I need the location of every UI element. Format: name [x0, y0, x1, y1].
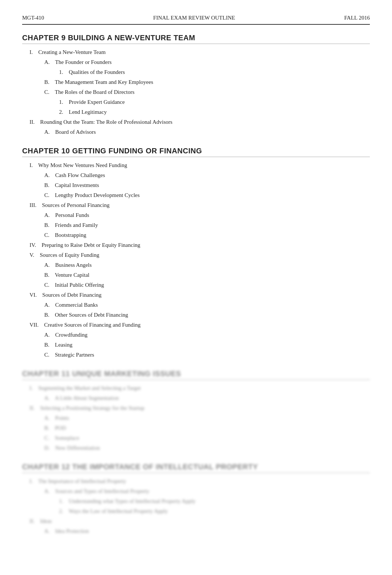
outline-level2: A. Sources and Types of Intellectual Pro… — [44, 487, 370, 496]
section-text: Friends and Family — [55, 222, 98, 228]
marker: IV. — [30, 242, 40, 248]
outline-level2: A. Board of Advisors — [44, 127, 370, 136]
section-text: Ways the Law of Intellectual Property Ap… — [69, 508, 168, 514]
outline-level3: 1. Qualities of the Founders — [59, 68, 370, 76]
marker: A. — [44, 528, 54, 534]
marker: B. — [44, 425, 54, 431]
header-center: FINAL EXAM REVIEW OUTLINE — [153, 15, 235, 21]
marker: I. — [30, 49, 37, 55]
marker: D. — [44, 445, 54, 451]
marker: B. — [44, 222, 54, 228]
chapter-title: CHAPTER 12 THE IMPORTANCE OF INTELLECTUA… — [22, 463, 370, 473]
outline-level2: B. Leasing — [44, 340, 370, 349]
section-text: The Importance of Intellectual Property — [38, 478, 126, 484]
outline-level2: B. Other Sources of Debt Financing — [44, 310, 370, 319]
section-text: Sources of Debt Financing — [42, 292, 102, 298]
section-text: Someplace — [55, 435, 79, 441]
outline-level2: A. Points — [44, 414, 370, 422]
section-text: The Founder or Founders — [55, 59, 111, 65]
outline-level1: I. Segmenting the Market and Selecting a… — [30, 384, 370, 392]
outline-level1: I. Why Most New Ventures Need Funding — [30, 161, 370, 170]
section-text: Strategic Partners — [55, 352, 94, 358]
marker: A. — [44, 129, 54, 135]
marker: A. — [44, 488, 54, 494]
section-text: Sources of Equity Funding — [40, 252, 99, 258]
header-right: FALL 2016 — [344, 15, 370, 21]
marker: A. — [44, 262, 54, 268]
section-text: Sources of Personal Financing — [42, 202, 110, 208]
marker: 1. — [59, 99, 68, 105]
outline-level1: VII. Creative Sources of Financing and F… — [30, 320, 370, 329]
marker: A. — [44, 332, 54, 338]
outline-level3: 1. Understanding what Types of Intellect… — [59, 497, 370, 506]
section-text: Lend Legitimacy — [69, 109, 107, 115]
marker: VII. — [30, 322, 43, 328]
outline-level1: II. Ideas — [30, 517, 370, 525]
section-text: Lengthy Product Development Cycles — [55, 192, 140, 198]
chapter-block: CHAPTER 11 UNIQUE MARKETING ISSUES I. Se… — [22, 370, 370, 452]
section-text: Rounding Out the Team: The Role of Profe… — [40, 119, 172, 125]
section-text: Provide Expert Guidance — [69, 99, 125, 105]
marker: C. — [44, 192, 54, 198]
marker: II. — [30, 405, 39, 411]
outline-level2: A. Commercial Banks — [44, 300, 370, 309]
section-text: The Management Team and Key Employees — [55, 79, 154, 85]
section-text: Other Sources of Debt Financing — [55, 312, 128, 318]
marker: A. — [44, 415, 54, 421]
outline-level3: 2. Ways the Law of Intellectual Property… — [59, 507, 370, 516]
outline-level2: C. Initial Public Offering — [44, 280, 370, 289]
marker: 1. — [59, 69, 68, 75]
section-text: Selecting a Positioning Strategy for the… — [40, 405, 144, 411]
section-text: Capital Investments — [55, 182, 99, 188]
section-text: Board of Advisors — [55, 129, 96, 135]
outline-level1: II. Selecting a Positioning Strategy for… — [30, 404, 370, 412]
header: MGT-410 FINAL EXAM REVIEW OUTLINE FALL 2… — [22, 15, 370, 25]
marker: I. — [30, 385, 37, 391]
chapter-title: CHAPTER 10 GETTING FUNDING OR FINANCING — [22, 147, 370, 157]
outline-level1: IV. Preparing to Raise Debt or Equity Fi… — [30, 241, 370, 249]
section-text: Preparing to Raise Debt or Equity Financ… — [42, 242, 140, 248]
marker: 2. — [59, 508, 68, 514]
section-text: POD — [55, 425, 66, 431]
marker: C. — [44, 232, 54, 238]
outline-level3: 1. Provide Expert Guidance — [59, 98, 370, 106]
outline-level2: C. Strategic Partners — [44, 350, 370, 359]
section-text: Qualities of the Founders — [69, 69, 125, 75]
section-text: Sources and Types of Intellectual Proper… — [55, 488, 149, 494]
section-text: Points — [55, 415, 69, 421]
outline-level2: A. Idea Protection — [44, 527, 370, 535]
outline-level2: A. A Little About Segmentation — [44, 394, 370, 402]
outline-level1: I. The Importance of Intellectual Proper… — [30, 477, 370, 486]
chapter-block: CHAPTER 12 THE IMPORTANCE OF INTELLECTUA… — [22, 463, 370, 535]
marker: 1. — [59, 498, 68, 504]
section-text: New Differentiation — [55, 445, 100, 451]
chapter-block: CHAPTER 10 GETTING FUNDING OR FINANCING … — [22, 147, 370, 359]
marker: III. — [30, 202, 41, 208]
section-text: Why Most New Ventures Need Funding — [38, 162, 127, 168]
section-text: Cash Flow Challenges — [55, 172, 105, 178]
marker: A. — [44, 172, 54, 178]
section-text: Initial Public Offering — [55, 282, 104, 288]
section-text: Ideas — [40, 518, 52, 524]
marker: A. — [44, 212, 54, 218]
outline-level2: A. Personal Funds — [44, 211, 370, 220]
outline-level1: VI. Sources of Debt Financing — [30, 290, 370, 299]
marker: 2. — [59, 109, 68, 115]
marker: B. — [44, 182, 54, 188]
marker: B. — [44, 312, 54, 318]
outline-level2: B. Venture Capital — [44, 271, 370, 279]
marker: I. — [30, 478, 37, 484]
outline-level3: 2. Lend Legitimacy — [59, 108, 370, 116]
section-text: Venture Capital — [55, 272, 90, 278]
outline-level2: D. New Differentiation — [44, 443, 370, 452]
marker: V. — [30, 252, 38, 258]
section-text: Creating a New-Venture Team — [38, 49, 106, 55]
outline-container: CHAPTER 9 BUILDING A NEW-VENTURE TEAM I.… — [22, 34, 370, 535]
section-text: Business Angels — [55, 262, 92, 268]
outline-level2: A. Business Angels — [44, 261, 370, 269]
header-left: MGT-410 — [22, 15, 44, 21]
outline-level1: III. Sources of Personal Financing — [30, 201, 370, 210]
section-text: A Little About Segmentation — [55, 395, 119, 401]
outline-level1: I. Creating a New-Venture Team — [30, 48, 370, 57]
chapter-title: CHAPTER 9 BUILDING A NEW-VENTURE TEAM — [22, 34, 370, 44]
